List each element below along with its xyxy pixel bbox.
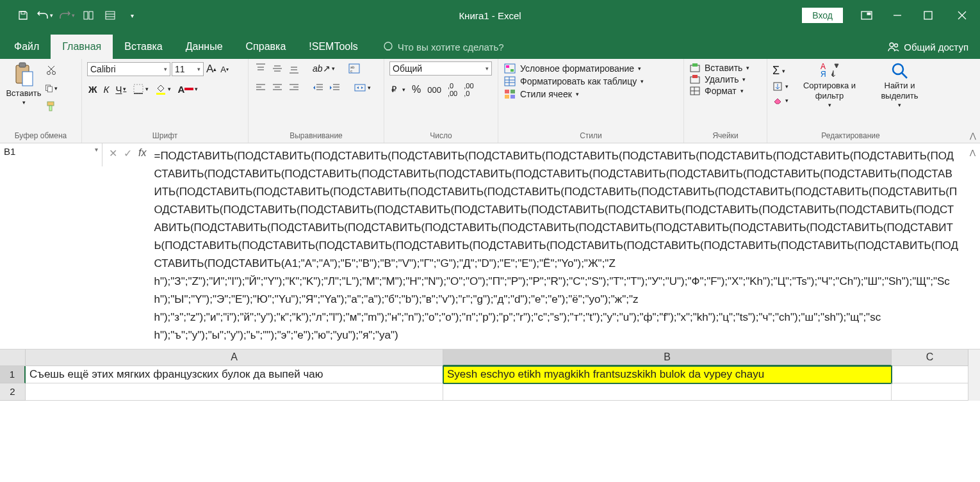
cell-c2[interactable] [892,383,968,401]
select-all-corner[interactable] [0,349,26,366]
increase-font-icon[interactable]: A▴ [205,61,218,77]
insert-cells-button[interactable]: Вставить▾ [689,63,749,73]
bold-button[interactable]: Ж [87,83,99,96]
tab-file[interactable]: Файл [0,35,51,59]
cancel-formula-icon[interactable]: ✕ [109,147,117,159]
collapse-ribbon-icon[interactable]: ⋀ [970,131,976,140]
conditional-formatting-button[interactable]: Условное форматирование▾ [503,63,641,74]
document-title: Книга1 - Excel [459,10,521,21]
vertical-scrollbar[interactable] [968,349,980,366]
svg-point-14 [890,43,894,47]
share-button[interactable]: Общий доступ [887,41,968,52]
cell-styles-button[interactable]: Стили ячеек▾ [503,88,579,100]
cell-a2[interactable] [26,383,443,401]
group-alignment: ab↗▾ abc ▾ Выравнивание [249,59,384,143]
close-icon[interactable] [944,6,980,24]
group-styles: Условное форматирование▾ Форматировать к… [498,59,684,143]
confirm-formula-icon[interactable]: ✓ [124,147,132,159]
format-painter-icon[interactable] [45,100,58,113]
svg-rect-3 [106,12,115,19]
underline-button[interactable]: Ч▾ [114,83,127,96]
fx-icon[interactable]: fx [138,147,146,159]
decrease-decimal-icon[interactable]: ,00,0 [462,81,475,99]
name-box[interactable]: B1▾ [0,143,102,166]
tab-home[interactable]: Главная [51,35,113,59]
sort-filter-button[interactable]: АЯ Сортировка и фильтр▾ [795,61,864,108]
align-bottom-icon[interactable] [287,61,301,76]
svg-rect-58 [355,84,365,91]
ribbon-display-icon[interactable] [852,6,881,24]
fill-icon[interactable]: ▾ [772,81,788,92]
group-clipboard: Вставить ▾ ▾ Буфер обмена [0,59,82,143]
svg-point-20 [53,72,56,75]
font-size-combo[interactable]: 11▾ [172,62,204,76]
row-header-2[interactable]: 2 [0,383,26,401]
format-as-table-button[interactable]: Форматировать как таблицу▾ [503,76,644,87]
svg-line-21 [48,66,54,72]
merge-center-icon[interactable]: ▾ [352,81,372,95]
accounting-format-icon[interactable]: ₽▾ [389,83,407,97]
svg-point-15 [895,44,898,47]
find-select-button[interactable]: Найти и выделить▾ [870,61,929,108]
svg-line-80 [902,73,907,78]
tab-insert[interactable]: Вставка [113,35,174,59]
copy-icon[interactable]: ▾ [45,82,58,95]
align-middle-icon[interactable] [270,61,284,76]
cut-icon[interactable] [45,64,58,77]
minimize-icon[interactable] [883,6,912,24]
undo-icon[interactable]: ▾ [35,6,55,24]
font-color-icon[interactable]: А▾ [176,83,199,96]
delete-cells-button[interactable]: Удалить▾ [689,74,746,84]
svg-rect-27 [134,84,143,93]
formula-bar-expand-icon[interactable]: ⋀ [965,143,980,349]
svg-rect-72 [692,63,698,67]
cell-b1[interactable]: Syesh eschyo etikh myagkikh frantsuzskik… [443,366,892,383]
svg-text:c: c [350,69,352,73]
tab-help[interactable]: Справка [234,35,298,59]
column-header-a[interactable]: A [26,349,443,366]
svg-rect-17 [19,63,26,67]
svg-rect-68 [510,90,515,93]
decrease-font-icon[interactable]: A▾ [219,63,230,76]
cell-a1[interactable]: Съешь ещё этих мягких французских булок … [26,366,443,383]
clear-icon[interactable]: ▾ [772,95,788,106]
decrease-indent-icon[interactable] [311,81,325,95]
tell-me-search[interactable]: Что вы хотите сделать? [382,41,504,59]
qat-dropdown-icon[interactable]: ▾ [122,6,142,24]
svg-rect-70 [510,95,515,99]
align-top-icon[interactable] [254,61,268,76]
qat-custom1-icon[interactable] [78,6,99,24]
maximize-icon[interactable] [913,6,943,24]
save-icon[interactable] [13,6,33,24]
italic-button[interactable]: К [102,83,111,96]
cell-b2[interactable] [443,383,892,401]
border-icon[interactable]: ▾ [131,82,150,96]
login-button[interactable]: Вход [802,8,843,23]
tab-data[interactable]: Данные [174,35,234,59]
align-right-icon[interactable] [287,81,301,95]
percent-format-icon[interactable]: % [411,83,422,97]
autosum-icon[interactable]: Σ▾ [772,64,788,77]
qat-custom2-icon[interactable] [100,6,120,24]
column-header-b[interactable]: B [443,349,892,366]
comma-format-icon[interactable]: 000 [426,84,443,96]
font-name-combo[interactable]: Calibri▾ [87,62,170,76]
number-format-combo[interactable]: Общий▾ [389,61,492,76]
paste-button[interactable]: Вставить ▾ [5,61,42,106]
align-left-icon[interactable] [254,81,268,95]
format-cells-button[interactable]: Формат▾ [689,86,744,96]
redo-icon[interactable]: ▾ [56,6,77,24]
orientation-icon[interactable]: ab↗▾ [311,62,336,75]
svg-rect-7 [867,13,870,15]
tab-semtools[interactable]: !SEMTools [297,35,369,59]
increase-indent-icon[interactable] [328,81,342,95]
fill-color-icon[interactable]: ▾ [154,82,172,96]
group-label-cells: Ячейки [689,130,762,141]
formula-input[interactable]: =ПОДСТАВИТЬ(ПОДСТАВИТЬ(ПОДСТАВИТЬ(ПОДСТА… [152,143,965,349]
increase-decimal-icon[interactable]: ,0,00 [446,81,459,99]
row-header-1[interactable]: 1 [0,366,26,383]
align-center-icon[interactable] [270,81,284,95]
cell-c1[interactable] [892,366,968,383]
column-header-c[interactable]: C [892,349,968,366]
wrap-text-icon[interactable]: abc [347,61,362,76]
